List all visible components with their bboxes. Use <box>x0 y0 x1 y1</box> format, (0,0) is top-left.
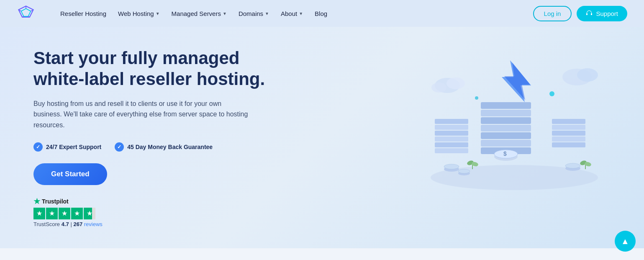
hero-badges: ✓ 24/7 Expert Support ✓ 45 Day Money Bac… <box>33 142 293 152</box>
chevron-up-icon: ▲ <box>621 237 629 246</box>
navigation: Reseller Hosting Web Hosting ▼ Managed S… <box>0 0 644 27</box>
nav-item-domains[interactable]: Domains ▼ <box>233 7 274 21</box>
svg-marker-1 <box>21 9 31 16</box>
support-button[interactable]: Support <box>577 6 627 21</box>
svg-rect-17 <box>481 110 531 116</box>
svg-rect-29 <box>552 136 585 142</box>
svg-rect-30 <box>552 142 585 147</box>
svg-rect-27 <box>552 125 585 130</box>
hero-title: Start your fully managed white-label res… <box>33 48 293 90</box>
svg-point-34 <box>446 77 465 89</box>
hero-content: Start your fully managed white-label res… <box>33 48 293 227</box>
trustpilot-logo: ★ Trustpilot <box>33 197 69 206</box>
star-1: ★ <box>33 208 45 219</box>
svg-rect-13 <box>435 136 468 142</box>
svg-point-35 <box>431 82 446 93</box>
svg-text:$: $ <box>503 150 507 157</box>
trustpilot-header: ★ Trustpilot <box>33 197 293 206</box>
hero-illustration: $ <box>410 35 619 203</box>
scroll-to-top-button[interactable]: ▲ <box>615 231 636 252</box>
trustpilot-reviews-link[interactable]: 267 reviews <box>73 221 102 227</box>
trustpilot-stars: ★ ★ ★ ★ ★ <box>33 208 293 219</box>
star-4: ★ <box>71 208 83 219</box>
svg-rect-11 <box>435 125 468 130</box>
chevron-down-icon: ▼ <box>156 11 160 16</box>
get-started-button[interactable]: Get Started <box>33 163 107 185</box>
svg-rect-18 <box>481 117 531 124</box>
svg-rect-19 <box>481 125 531 131</box>
svg-rect-10 <box>435 119 468 124</box>
svg-rect-20 <box>481 132 531 139</box>
star-5-half: ★ <box>84 208 95 219</box>
badge-support: ✓ 24/7 Expert Support <box>33 142 101 152</box>
chevron-down-icon: ▼ <box>299 11 303 16</box>
nav-item-blog[interactable]: Blog <box>310 7 332 21</box>
svg-rect-15 <box>435 148 468 153</box>
trustpilot-widget: ★ Trustpilot ★ ★ ★ ★ ★ TrustScore 4.7 | … <box>33 197 293 227</box>
svg-point-51 <box>475 96 478 100</box>
svg-point-37 <box>577 68 598 82</box>
login-button[interactable]: Log in <box>533 6 572 21</box>
badge-guarantee: ✓ 45 Day Money Back Guarantee <box>115 142 213 152</box>
svg-rect-26 <box>552 119 585 124</box>
check-icon: ✓ <box>33 142 43 152</box>
hero-section: Start your fully managed white-label res… <box>0 27 644 248</box>
svg-point-43 <box>565 163 580 168</box>
trustpilot-score: TrustScore 4.7 | 267 reviews <box>33 221 293 227</box>
svg-point-41 <box>458 169 470 173</box>
svg-rect-7 <box>586 13 588 15</box>
chevron-down-icon: ▼ <box>223 11 227 16</box>
pricing-section: Choose the Right Reseller Hosting Plan f… <box>0 248 644 260</box>
hero-subtitle: Buy hosting from us and resell it to cli… <box>33 98 251 131</box>
chevron-down-icon: ▼ <box>265 11 269 16</box>
nav-item-reseller-hosting[interactable]: Reseller Hosting <box>55 7 111 21</box>
svg-rect-21 <box>481 140 531 147</box>
nav-item-managed-servers[interactable]: Managed Servers ▼ <box>167 7 232 21</box>
nav-item-about[interactable]: About ▼ <box>276 7 308 21</box>
nav-actions: Log in Support <box>533 6 627 21</box>
svg-point-50 <box>549 91 554 96</box>
check-icon: ✓ <box>115 142 124 152</box>
svg-rect-28 <box>552 131 585 136</box>
logo[interactable] <box>17 4 35 23</box>
nav-item-web-hosting[interactable]: Web Hosting ▼ <box>113 7 165 21</box>
svg-rect-12 <box>435 131 468 136</box>
svg-rect-14 <box>435 142 468 147</box>
star-3: ★ <box>59 208 70 219</box>
star-2: ★ <box>46 208 58 219</box>
headset-icon <box>586 10 593 17</box>
svg-rect-8 <box>591 13 592 15</box>
svg-point-39 <box>444 164 459 169</box>
svg-rect-16 <box>481 102 531 109</box>
nav-links: Reseller Hosting Web Hosting ▼ Managed S… <box>55 7 520 21</box>
